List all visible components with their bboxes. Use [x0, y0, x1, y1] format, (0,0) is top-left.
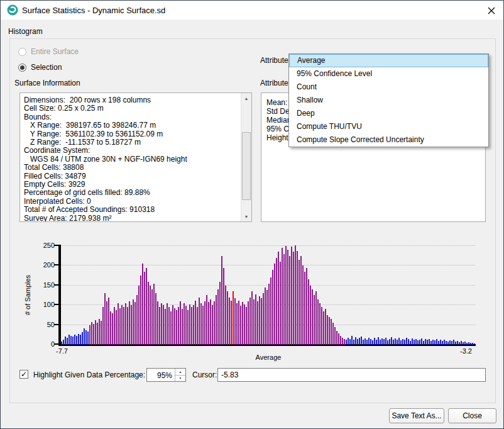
- cursor-input[interactable]: [217, 368, 486, 382]
- histogram-bar: [193, 305, 194, 345]
- spinner-down-icon[interactable]: ▼: [175, 375, 185, 382]
- histogram-bar: [355, 337, 356, 345]
- histogram-bar: [133, 299, 134, 345]
- dropdown-item-shallow[interactable]: Shallow: [289, 94, 488, 107]
- histogram-bar: [412, 338, 413, 345]
- dropdown-item-deep[interactable]: Deep: [289, 107, 488, 120]
- histogram-bar: [314, 295, 315, 345]
- histogram-bar: [434, 340, 436, 345]
- cursor-label: Cursor:: [192, 370, 217, 379]
- histogram-bar: [380, 340, 381, 345]
- histogram-bar: [459, 342, 460, 345]
- surface-info-line: X Range: 398197.65 to 398246.77 m: [24, 121, 238, 130]
- scroll-down-icon[interactable]: ▼: [241, 211, 251, 221]
- histogram-bar: [315, 291, 317, 345]
- histogram-bar: [363, 340, 364, 345]
- histogram-bar: [219, 282, 221, 345]
- surface-information-panel[interactable]: Dimensions: 200 rows x 198 columnsCell S…: [19, 92, 252, 222]
- histogram-bar: [317, 299, 319, 345]
- histogram-bar: [340, 336, 341, 345]
- histogram-plot-area[interactable]: [61, 245, 476, 345]
- radio-selection[interactable]: Selection: [18, 63, 62, 72]
- histogram-bar: [334, 327, 336, 345]
- surface-info-scrollbar[interactable]: ▲ ▼: [241, 93, 251, 221]
- histogram-bar: [344, 339, 345, 345]
- attribute-dropdown-list[interactable]: Average95% Confidence LevelCountShallowD…: [288, 53, 489, 147]
- histogram-bar: [272, 270, 273, 345]
- scrollbar-thumb[interactable]: [242, 132, 251, 200]
- surface-info-line: WGS 84 / UTM zone 30N + NGF-IGN69 height: [24, 155, 238, 164]
- histogram-bar: [121, 305, 123, 345]
- histogram-bar: [378, 337, 379, 345]
- highlight-percentage-checkbox[interactable]: ✓: [19, 370, 28, 379]
- histogram-bar: [430, 341, 432, 345]
- surface-statistics-dialog: Surface Statistics - Dynamic Surface.sd …: [0, 0, 504, 429]
- histogram-bar: [70, 336, 72, 345]
- dropdown-item-average[interactable]: Average: [289, 54, 488, 67]
- close-button[interactable]: Close: [448, 408, 496, 423]
- surface-information-text: Dimensions: 200 rows x 198 columnsCell S…: [24, 96, 238, 222]
- checkmark-icon: ✓: [21, 370, 27, 379]
- histogram-bar: [383, 339, 385, 345]
- surface-info-line: Z Range: -11.1537 to 5.18727 m: [24, 138, 238, 147]
- histogram-bar: [282, 248, 283, 345]
- histogram-bar: [225, 286, 226, 345]
- scroll-up-icon[interactable]: ▲: [241, 93, 251, 103]
- dropdown-item-compute-thu-tvu[interactable]: Compute THU/TVU: [289, 120, 488, 133]
- histogram-bar: [285, 246, 287, 345]
- histogram-bar: [453, 340, 454, 345]
- histogram-bar: [159, 307, 160, 345]
- spinner-buttons: ▲ ▼: [175, 369, 185, 381]
- histogram-bar: [216, 295, 217, 345]
- histogram-bar: [146, 268, 147, 345]
- histogram-bar: [436, 339, 437, 345]
- histogram-bar: [76, 336, 77, 345]
- dropdown-item-95-confidence-level[interactable]: 95% Confidence Level: [289, 67, 488, 81]
- histogram-bar: [78, 334, 79, 345]
- dropdown-item-compute-slope-corrected-uncertainty[interactable]: Compute Slope Corrected Uncertainty: [289, 133, 488, 147]
- save-text-as-button[interactable]: Save Text As...: [389, 408, 444, 423]
- y-tick-mark: [54, 324, 58, 325]
- histogram-bar: [366, 340, 368, 345]
- histogram-bar: [148, 282, 149, 345]
- histogram-bar: [142, 264, 143, 345]
- histogram-bar: [172, 305, 173, 345]
- histogram-bar: [104, 293, 106, 345]
- histogram-bar: [280, 262, 281, 345]
- histogram-bar: [368, 338, 370, 345]
- histogram-bar: [299, 260, 300, 345]
- histogram-bar: [385, 338, 386, 345]
- dropdown-item-count[interactable]: Count: [289, 81, 488, 94]
- histogram-bar: [336, 331, 337, 345]
- histogram-bar: [255, 294, 256, 345]
- histogram-bar: [351, 336, 353, 345]
- histogram-bar: [406, 338, 407, 345]
- histogram-bar: [359, 338, 360, 345]
- histogram-bar: [308, 279, 309, 345]
- histogram-bar: [466, 343, 468, 345]
- histogram-bar: [449, 340, 451, 345]
- radio-entire-surface: Entire Surface: [18, 47, 79, 56]
- histogram-bar: [329, 317, 330, 345]
- y-tick-mark: [54, 245, 58, 246]
- histogram-bar: [144, 272, 145, 345]
- histogram-bar: [72, 337, 74, 345]
- histogram-bar: [348, 338, 349, 345]
- histogram-bar: [167, 303, 168, 345]
- histogram-bar: [474, 343, 475, 345]
- spinner-up-icon[interactable]: ▲: [175, 369, 185, 375]
- percentage-spinbox[interactable]: 95% ▲ ▼: [146, 368, 186, 382]
- histogram-bar: [372, 340, 373, 345]
- histogram-bar: [404, 340, 405, 345]
- histogram-bar: [189, 304, 190, 345]
- histogram-bar: [364, 338, 366, 345]
- histogram-bar: [108, 298, 109, 345]
- histogram-bar: [323, 311, 324, 345]
- histogram-bar: [464, 342, 466, 345]
- close-icon[interactable]: [486, 5, 497, 16]
- histogram-bar: [297, 251, 298, 345]
- histogram-bar: [119, 308, 121, 345]
- histogram-bar: [349, 339, 351, 345]
- surface-info-line: Survey Area: 2179.938 m²: [24, 214, 238, 222]
- histogram-bar: [447, 342, 449, 345]
